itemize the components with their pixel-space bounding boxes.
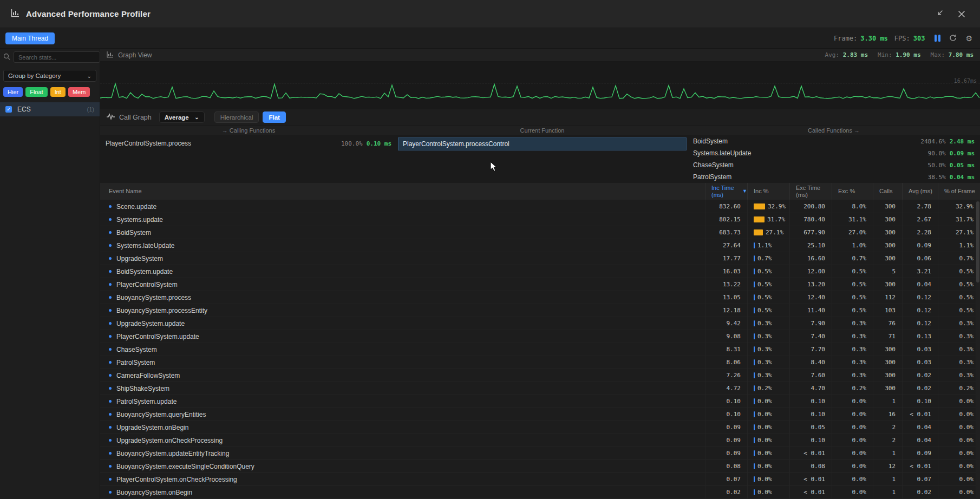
table-row[interactable]: BuoyancySystem.onBegin0.020.0%< 0.010.0%… [100, 486, 980, 499]
call-graph-row[interactable]: ChaseSystem50.0%0.05 ms [688, 159, 980, 171]
cell-calls: 112 [873, 291, 902, 304]
table-row[interactable]: PlayerControlSystem.update9.080.3%7.400.… [100, 330, 980, 343]
scrollbar-thumb[interactable] [976, 201, 979, 283]
filter-chip-hier[interactable]: Hier [3, 87, 23, 97]
table-row[interactable]: UpgradeSystem.onCheckProcessing0.090.0%0… [100, 434, 980, 447]
cell-inc-time: 802.15 [705, 213, 747, 226]
column-header-exc-time[interactable]: Exc Time (ms) [789, 183, 832, 200]
column-header-inc-pct[interactable]: Inc % [747, 183, 789, 200]
cell-calls: 76 [873, 317, 902, 330]
cell-calls: 12 [873, 460, 902, 472]
cell-exc-time: 8.40 [789, 356, 832, 369]
called-functions-header: Called Functions → [688, 126, 980, 135]
thread-tab-main[interactable]: Main Thread [5, 32, 55, 44]
event-dot-icon [109, 439, 112, 442]
cell-calls: 71 [873, 330, 902, 343]
hierarchical-button[interactable]: Hierarchical [214, 111, 259, 123]
cell-inc-time: 13.05 [705, 291, 747, 304]
max-value: 7.80 ms [949, 51, 974, 58]
table-row[interactable]: PatrolSystem.update0.100.0%0.100.0%10.10… [100, 395, 980, 408]
call-graph-row[interactable]: Systems.lateUpdate90.0%0.09 ms [688, 147, 980, 159]
table-row[interactable]: BoidSystem683.7327.1%677.9027.0%3002.282… [100, 226, 980, 239]
table-row[interactable]: PlayerControlSystem.onCheckProcessing0.0… [100, 473, 980, 486]
cell-exc-pct: 0.0% [832, 460, 873, 472]
table-row[interactable]: Scene.update832.6032.9%200.808.0%3002.78… [100, 200, 980, 213]
table-row[interactable]: BoidSystem.update16.030.5%12.000.5%53.21… [100, 265, 980, 278]
cell-inc-pct: 32.9% [747, 200, 789, 213]
call-graph-row[interactable]: BoidSystem2484.6%2.48 ms [688, 135, 980, 147]
filter-chip-mem[interactable]: Mem [68, 87, 90, 97]
current-function-box[interactable]: PlayerControlSystem.processControl [398, 137, 687, 150]
table-row[interactable]: Systems.update802.1531.7%780.4031.1%3002… [100, 213, 980, 226]
group-by-select[interactable]: Group by Category ⌄ [3, 70, 96, 82]
cell-inc-time: 0.02 [705, 486, 747, 498]
table-row[interactable]: BuoyancySystem.processEntity12.180.5%11.… [100, 304, 980, 317]
call-graph-toolbar: Call Graph Average ⌄ Hierarchical Flat [100, 109, 980, 126]
pause-icon[interactable] [935, 35, 940, 42]
cell-inc-pct: 0.0% [747, 447, 789, 459]
scrollbar-track[interactable] [976, 200, 980, 499]
column-header-event-name[interactable]: Event Name [100, 183, 705, 200]
cell-exc-pct: 31.1% [832, 213, 873, 226]
column-header-frame-pct[interactable]: % of Frame [938, 183, 980, 200]
frame-value: 3.30 ms [860, 35, 888, 42]
cell-avg: 2.78 [902, 200, 938, 213]
table-row[interactable]: PatrolSystem8.060.3%8.400.3%3000.030.3% [100, 356, 980, 369]
column-header-avg[interactable]: Avg (ms) [902, 183, 938, 200]
frame-time-graph[interactable]: 16.67ms [100, 62, 980, 109]
table-row[interactable]: BuoyancySystem.process13.050.5%12.400.5%… [100, 291, 980, 304]
column-header-inc-time[interactable]: Inc Time (ms)▼ [705, 183, 747, 200]
event-name: UpgradeSystem.update [116, 320, 185, 327]
table-row[interactable]: ChaseSystem8.310.3%7.700.3%3000.030.3% [100, 343, 980, 356]
cell-exc-pct: 0.0% [832, 434, 873, 447]
cell-inc-pct: 0.0% [747, 408, 789, 421]
table-row[interactable]: ShipShakeSystem4.720.2%4.700.2%3000.020.… [100, 382, 980, 395]
cell-frame-pct: 0.2% [938, 382, 980, 395]
cell-avg: 0.07 [902, 473, 938, 485]
table-row[interactable]: BuoyancySystem.queryEntities0.100.0%0.10… [100, 408, 980, 421]
inc-pct-value: 0.0% [757, 424, 772, 431]
cell-inc-time: 8.06 [705, 356, 747, 369]
event-dot-icon [109, 452, 112, 455]
checkbox-checked-icon[interactable]: ✓ [5, 106, 12, 113]
event-name: BuoyancySystem.onBegin [116, 489, 192, 496]
cell-frame-pct: 0.0% [938, 395, 980, 408]
table-row[interactable]: PlayerControlSystem13.220.5%13.200.5%300… [100, 278, 980, 291]
table-row[interactable]: Systems.lateUpdate27.641.1%25.101.0%3000… [100, 239, 980, 252]
table-row[interactable]: UpgradeSystem17.770.7%16.600.7%3000.060.… [100, 252, 980, 265]
cell-inc-time: 13.22 [705, 278, 747, 291]
cell-exc-pct: 0.3% [832, 369, 873, 382]
event-name: PlayerControlSystem.update [116, 333, 199, 340]
inc-pct-bar [754, 333, 755, 339]
main-toolbar: Main Thread Frame: 3.30 ms FPS: 303 ⚙ [0, 28, 980, 49]
table-row[interactable]: UpgradeSystem.update9.420.3%7.900.3%760.… [100, 317, 980, 330]
table-row[interactable]: BuoyancySystem.updateEntityTracking0.090… [100, 447, 980, 460]
table-row[interactable]: CameraFollowSystem7.260.3%7.600.3%3000.0… [100, 369, 980, 382]
search-input[interactable] [14, 51, 100, 63]
flat-button[interactable]: Flat [263, 111, 285, 123]
call-graph-row[interactable]: PatrolSystem38.5%0.04 ms [688, 171, 980, 183]
column-header-exc-pct[interactable]: Exc % [832, 183, 873, 200]
filter-chip-float[interactable]: Float [25, 87, 47, 97]
event-dot-icon [109, 309, 112, 312]
filter-chip-int[interactable]: Int [50, 87, 66, 97]
table-row[interactable]: BuoyancySystem.executeSingleConditionQue… [100, 460, 980, 473]
close-icon[interactable] [954, 6, 969, 22]
column-header-calls[interactable]: Calls [873, 183, 902, 200]
call-graph-row[interactable]: PlayerControlSystem.process100.0%0.10 ms [100, 136, 397, 150]
cell-frame-pct: 0.5% [938, 291, 980, 304]
refresh-icon[interactable] [949, 34, 957, 43]
aggregation-select[interactable]: Average ⌄ [159, 111, 205, 123]
inc-pct-value: 0.5% [757, 281, 772, 288]
cell-inc-time: 0.10 [705, 408, 747, 421]
cell-exc-time: 0.10 [789, 408, 832, 421]
called-functions-list: BoidSystem2484.6%2.48 msSystems.lateUpda… [688, 135, 980, 183]
cell-inc-time: 27.64 [705, 239, 747, 252]
collapse-window-icon[interactable] [931, 6, 946, 22]
function-time: 2.48 ms [950, 138, 975, 145]
cell-exc-pct: 0.0% [832, 408, 873, 421]
gear-icon[interactable]: ⚙ [965, 35, 972, 42]
category-row-ecs[interactable]: ✓ECS(1) [0, 102, 100, 116]
table-row[interactable]: UpgradeSystem.onBegin0.090.0%0.050.0%20.… [100, 421, 980, 434]
current-function-header: Current Function [397, 126, 688, 135]
